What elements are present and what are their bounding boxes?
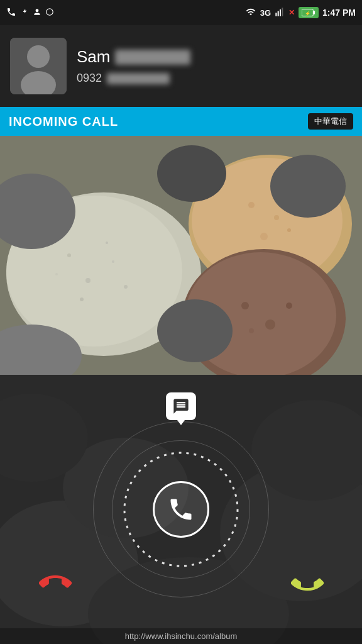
svg-point-24	[274, 215, 279, 220]
svg-rect-1	[275, 13, 277, 16]
contact-number: 0932	[77, 72, 190, 85]
status-bar: 3G ✕ ⚡ 1:47 PM	[0, 0, 362, 25]
svg-point-34	[249, 328, 254, 333]
accept-button[interactable]	[287, 562, 327, 603]
svg-point-15	[85, 278, 90, 283]
svg-point-26	[287, 228, 291, 232]
usb-icon	[20, 7, 29, 19]
svg-rect-6	[313, 11, 315, 14]
call-controls	[0, 375, 362, 644]
status-icons-left	[6, 7, 54, 19]
watermark-text: http://www.ihsinchu.com/album	[125, 631, 237, 641]
battery-icon: ⚡	[299, 7, 319, 18]
svg-point-23	[248, 202, 255, 208]
name-blurred	[115, 50, 190, 65]
svg-point-31	[241, 302, 249, 309]
status-icons-right: 3G ✕ ⚡ 1:47 PM	[245, 7, 356, 19]
svg-point-32	[265, 319, 275, 330]
svg-point-19	[124, 285, 128, 289]
incoming-call-banner: INCOMING CALL 中華電信	[0, 107, 362, 136]
svg-point-14	[67, 253, 71, 257]
person-icon	[33, 7, 41, 19]
svg-point-25	[260, 233, 268, 240]
avatar	[10, 38, 67, 94]
network-label: 3G	[260, 8, 271, 18]
x-badge: ✕	[288, 8, 295, 17]
time-display: 1:47 PM	[322, 8, 356, 18]
svg-rect-3	[280, 9, 281, 16]
contact-info: Sam 0932	[77, 47, 190, 85]
circle-icon	[45, 8, 54, 18]
message-icon-container[interactable]	[166, 392, 196, 420]
svg-point-18	[106, 242, 108, 244]
svg-point-27	[157, 145, 226, 202]
svg-text:⚡: ⚡	[305, 11, 311, 16]
svg-point-33	[286, 303, 292, 309]
svg-rect-2	[278, 11, 279, 16]
svg-point-0	[47, 8, 53, 15]
svg-point-35	[157, 299, 233, 362]
svg-point-17	[80, 297, 84, 301]
decline-button[interactable]	[35, 562, 75, 603]
incoming-call-text: INCOMING CALL	[9, 114, 118, 129]
svg-point-9	[27, 45, 50, 68]
message-icon[interactable]	[166, 392, 196, 420]
svg-point-20	[55, 273, 58, 275]
svg-rect-4	[282, 8, 283, 16]
stones-background	[0, 136, 362, 375]
center-phone-button[interactable]	[153, 481, 209, 538]
contact-header: Sam 0932	[0, 25, 362, 107]
svg-point-16	[112, 260, 114, 263]
number-blurred	[107, 73, 170, 84]
wifi-icon	[245, 7, 256, 19]
signal-icon	[275, 7, 285, 19]
watermark: http://www.ihsinchu.com/album	[0, 628, 362, 644]
phone-status-icon	[6, 7, 16, 19]
svg-point-28	[270, 155, 346, 218]
contact-name: Sam	[77, 47, 190, 67]
carrier-badge: 中華電信	[308, 113, 353, 130]
